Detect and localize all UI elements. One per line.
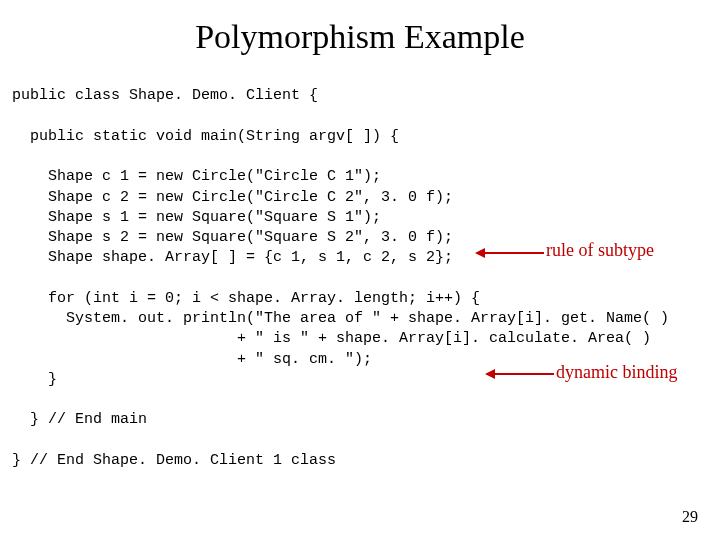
code-line: System. out. println("The area of " + sh… (12, 310, 669, 327)
code-line: } (12, 371, 57, 388)
code-line: + " is " + shape. Array[i]. calculate. A… (12, 330, 651, 347)
arrow-line-icon (494, 373, 554, 375)
code-line: Shape s 1 = new Square("Square S 1"); (12, 209, 381, 226)
slide: Polymorphism Example public class Shape.… (0, 0, 720, 540)
code-line: } // End main (12, 411, 147, 428)
code-line: Shape shape. Array[ ] = {c 1, s 1, c 2, … (12, 249, 453, 266)
code-block: public class Shape. Demo. Client { publi… (0, 66, 720, 471)
code-line: for (int i = 0; i < shape. Array. length… (12, 290, 480, 307)
slide-title: Polymorphism Example (0, 0, 720, 66)
code-line: public class Shape. Demo. Client { (12, 87, 318, 104)
code-line: Shape c 2 = new Circle("Circle C 2", 3. … (12, 189, 453, 206)
code-line: } // End Shape. Demo. Client 1 class (12, 452, 336, 469)
code-line: Shape s 2 = new Square("Square S 2", 3. … (12, 229, 453, 246)
annotation-rule-of-subtype: rule of subtype (546, 240, 654, 261)
arrow-line-icon (484, 252, 544, 254)
code-line: Shape c 1 = new Circle("Circle C 1"); (12, 168, 381, 185)
annotation-dynamic-binding: dynamic binding (556, 362, 677, 383)
page-number: 29 (682, 508, 698, 526)
code-line: public static void main(String argv[ ]) … (12, 128, 399, 145)
code-line: + " sq. cm. "); (12, 351, 372, 368)
